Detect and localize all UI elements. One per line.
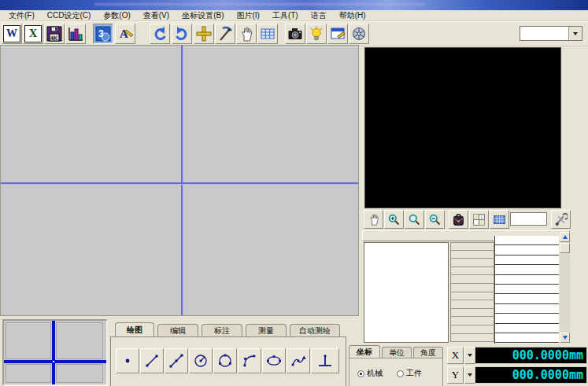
property-label-cell — [450, 309, 494, 318]
tool-polyline-button[interactable] — [165, 348, 188, 373]
scroll-up-button[interactable] — [560, 232, 570, 242]
menu-file[interactable]: 文件(F) — [2, 10, 41, 21]
tab-edit-label: 编辑 — [170, 325, 186, 336]
preview-crosshair-center — [53, 361, 54, 362]
circle-center-radius-icon — [192, 352, 209, 369]
tab-draw[interactable]: 绘图 — [115, 322, 154, 336]
preview-quadrant — [56, 322, 103, 359]
arc-icon — [241, 352, 258, 369]
tab-auto-trace[interactable]: 自动测绘 — [290, 324, 340, 336]
axis-x-dropdown[interactable] — [464, 347, 475, 364]
radio-machine-coordinate[interactable]: 机械 — [357, 368, 383, 379]
property-label-cell — [450, 242, 494, 251]
video-pixel-grid-button[interactable] — [490, 210, 509, 229]
video-quad-view-button[interactable]: 1 — [469, 210, 489, 229]
axis-x-button[interactable]: X — [447, 347, 464, 364]
stage-navigator-preview[interactable] — [2, 319, 108, 386]
menu-coordinate-settings[interactable]: 坐标设置(B) — [176, 10, 230, 21]
camera-capture-button[interactable] — [285, 24, 305, 44]
point-icon — [119, 352, 136, 369]
title-bar[interactable] — [0, 0, 588, 10]
tool-circle-center-button[interactable] — [189, 348, 213, 373]
radio-workpiece-coordinate[interactable]: 工件 — [397, 368, 422, 379]
tab-annotate[interactable]: 标注 — [202, 324, 242, 336]
measurement-app-window: 文件(F) CCD设定(C) 参数(O) 查看(V) 坐标设置(B) 图片(I)… — [0, 0, 588, 386]
light-control-button[interactable] — [306, 24, 327, 44]
tool-arc-button[interactable] — [238, 348, 261, 373]
drawing-canvas[interactable] — [0, 45, 359, 316]
radio-machine-label: 机械 — [367, 368, 383, 379]
scroll-down-button[interactable] — [560, 333, 570, 343]
report-chart-button[interactable] — [65, 24, 86, 44]
video-zoom-out-button[interactable] — [425, 210, 445, 229]
property-value-column — [494, 236, 559, 344]
tool-circle-points-button[interactable] — [213, 348, 237, 373]
video-toolbag-button[interactable] — [449, 210, 468, 229]
canvas-crosshair-vertical — [181, 46, 183, 315]
axis-y-button[interactable]: Y — [447, 366, 464, 384]
svg-text:3: 3 — [98, 28, 104, 39]
combobox-dropdown-button[interactable] — [568, 27, 582, 40]
tab-edit[interactable]: 编辑 — [157, 324, 198, 336]
axis-x-readout: 000.0000mm — [475, 347, 587, 364]
tool-ellipse-button[interactable] — [262, 348, 286, 373]
menu-picture[interactable]: 图片(I) — [230, 10, 265, 21]
magnification-input[interactable] — [520, 27, 568, 40]
redo-icon — [174, 26, 190, 42]
property-value-cell — [495, 285, 559, 294]
pan-tool-button[interactable] — [236, 24, 257, 44]
menu-parameters[interactable]: 参数(O) — [97, 10, 136, 21]
probe-tool-button[interactable] — [215, 24, 235, 44]
perpendicular-icon — [316, 352, 335, 369]
save-report-button[interactable]: 4K — [44, 24, 65, 44]
function-tab-control: 绘图 编辑 标注 测量 自动测绘 — [110, 322, 346, 386]
chevron-down-icon — [468, 354, 472, 357]
menu-view[interactable]: 查看(V) — [137, 10, 176, 21]
redo-button[interactable] — [172, 24, 192, 44]
tab-draw-label: 绘图 — [127, 325, 142, 336]
scrollbar-thumb[interactable] — [560, 243, 570, 253]
property-value-cell — [495, 245, 559, 255]
spline-icon — [290, 352, 307, 369]
view-3d-button[interactable]: 3 — [93, 24, 113, 44]
video-zoom-in-button[interactable] — [384, 210, 404, 229]
tab-coordinate-label: 坐标 — [357, 347, 372, 358]
magnification-combobox[interactable] — [520, 26, 582, 41]
property-label-cell — [450, 292, 494, 301]
export-word-button[interactable]: W — [2, 24, 22, 44]
tab-unit[interactable]: 单位 — [382, 347, 412, 358]
tool-line-button[interactable] — [140, 348, 164, 373]
polyline-icon — [168, 352, 185, 369]
table-scrollbar[interactable] — [560, 232, 570, 343]
quad-view-icon: 1 — [472, 213, 486, 226]
video-zoom-fit-button[interactable] — [405, 210, 424, 229]
ellipse-icon — [265, 352, 283, 369]
menu-tools[interactable]: 工具(T) — [266, 10, 305, 21]
grid-tool-button[interactable] — [257, 24, 278, 44]
feature-listbox[interactable] — [364, 242, 449, 343]
tab-angle[interactable]: 角度 — [413, 347, 443, 358]
menu-language[interactable]: 语言 — [305, 10, 333, 21]
preview-quadrant — [6, 364, 51, 383]
video-pan-button[interactable] — [364, 210, 383, 229]
main-toolbar: W X 4K — [0, 21, 588, 46]
undo-icon — [152, 26, 168, 42]
menu-ccd-setup[interactable]: CCD设定(C) — [41, 10, 98, 21]
menu-help[interactable]: 帮助(H) — [333, 10, 372, 21]
capture-window-button[interactable] — [327, 24, 348, 44]
sphere-view-button[interactable] — [349, 24, 369, 44]
tab-unit-label: 单位 — [389, 347, 405, 358]
tab-measure[interactable]: 测量 — [246, 324, 287, 336]
tool-spline-button[interactable] — [287, 348, 310, 373]
tool-point-button[interactable] — [116, 348, 139, 373]
ccd-video-view[interactable] — [364, 47, 561, 208]
video-value-input[interactable] — [510, 212, 547, 226]
axis-y-dropdown[interactable] — [464, 366, 475, 384]
export-excel-button[interactable]: X — [23, 24, 43, 44]
crosshair-tool-button[interactable] — [194, 24, 214, 44]
tool-perpendicular-button[interactable] — [311, 348, 339, 373]
tab-coordinate[interactable]: 坐标 — [349, 345, 380, 358]
text-annotate-button[interactable]: A — [115, 24, 135, 44]
video-tools-button[interactable] — [551, 210, 571, 229]
undo-button[interactable] — [150, 24, 170, 44]
